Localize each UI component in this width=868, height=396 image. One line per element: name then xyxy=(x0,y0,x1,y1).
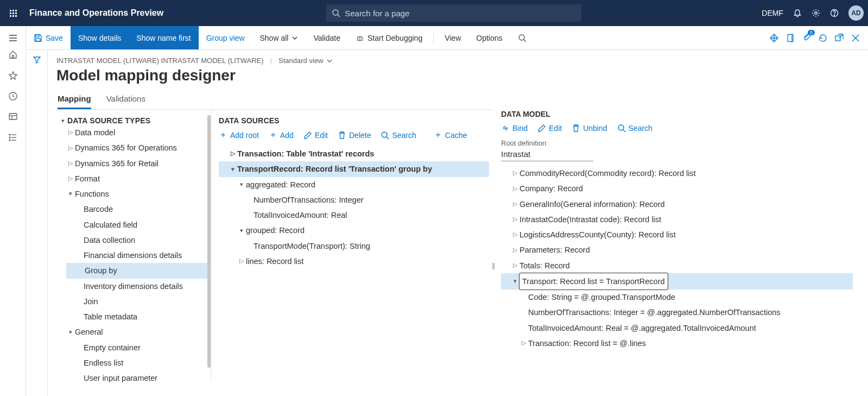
tree-item[interactable]: ▾Functions xyxy=(56,186,211,202)
show-details-button[interactable]: Show details xyxy=(71,26,129,49)
refresh-icon[interactable] xyxy=(818,33,828,43)
search-icon xyxy=(518,34,527,42)
tree-item[interactable]: Code: String = @.grouped.TransportMode xyxy=(501,290,853,305)
validate-button[interactable]: Validate xyxy=(306,26,348,49)
data-sources-panel: DATA SOURCES ＋Add root ＋Add Edit Delete … xyxy=(211,110,493,379)
bind-button[interactable]: Bind xyxy=(501,124,528,133)
tree-item-transportrecord[interactable]: ▾TransportRecord: Record list 'Transacti… xyxy=(219,161,489,177)
clock-icon[interactable] xyxy=(8,91,18,101)
tree-item[interactable]: ▷GeneralInfo(General information): Recor… xyxy=(501,197,853,212)
bell-icon[interactable] xyxy=(793,9,802,17)
search-button-toolbar[interactable] xyxy=(510,26,534,49)
tree-item[interactable]: Financial dimensions details xyxy=(56,248,211,263)
tree-item[interactable]: ▷Dynamics 365 for Retail xyxy=(56,156,211,171)
view-button[interactable]: View xyxy=(437,26,468,49)
list-icon[interactable] xyxy=(8,133,18,142)
nav-toggle[interactable] xyxy=(0,26,26,50)
tree-item[interactable]: ▷Transaction: Record list = @.lines xyxy=(501,336,853,351)
svg-point-13 xyxy=(9,134,10,135)
add-button[interactable]: ＋Add xyxy=(269,129,294,141)
tree-item[interactable]: ▷IntrastatCode(Intrastat code): Record l… xyxy=(501,212,853,227)
add-root-button[interactable]: ＋Add root xyxy=(219,129,259,141)
home-icon[interactable] xyxy=(8,50,18,60)
tab-validations[interactable]: Validations xyxy=(106,94,145,109)
breadcrumb: INTRASTAT MODEL (LITWARE) INTRASTAT MODE… xyxy=(56,56,857,65)
gear-icon[interactable] xyxy=(812,9,820,17)
tree-item[interactable]: ▷Transaction: Table 'Intrastat' records xyxy=(219,146,489,161)
cache-button[interactable]: ＋Cache xyxy=(434,129,467,141)
chevron-down-icon xyxy=(292,35,298,41)
tree-item[interactable]: ▷Totals: Record xyxy=(501,258,853,273)
svg-rect-10 xyxy=(9,114,17,120)
view-selector[interactable]: Standard view xyxy=(278,56,333,65)
tree-item[interactable]: ▷Company: Record xyxy=(501,181,853,196)
tree-item[interactable]: ▷LogisticsAddressCounty(County): Record … xyxy=(501,227,853,242)
left-rail xyxy=(0,26,26,396)
app-title: Finance and Operations Preview xyxy=(29,8,163,18)
help-icon[interactable] xyxy=(830,9,839,17)
show-name-first-button[interactable]: Show name first xyxy=(129,26,198,49)
app-launcher[interactable] xyxy=(4,10,22,17)
svg-point-29 xyxy=(519,35,524,40)
svg-rect-20 xyxy=(36,39,40,41)
attachments-icon[interactable]: 0 xyxy=(802,32,812,43)
svg-point-36 xyxy=(618,125,624,130)
tree-item[interactable]: ▾aggregated: Record xyxy=(219,177,489,192)
edit-button[interactable]: Edit xyxy=(303,129,328,141)
save-button[interactable]: Save xyxy=(26,26,71,49)
tree-item[interactable]: ▾grouped: Record xyxy=(219,223,489,238)
diamond-icon[interactable] xyxy=(769,33,779,43)
trash-icon xyxy=(338,131,346,140)
search-button[interactable]: Search xyxy=(617,124,652,133)
tree-item[interactable]: User input parameter xyxy=(56,370,211,386)
start-debugging-button[interactable]: Start Debugging xyxy=(348,26,430,49)
tree-item[interactable]: Calculated field xyxy=(56,217,211,232)
tree-item[interactable]: Endless list xyxy=(56,355,211,370)
popout-icon[interactable] xyxy=(834,33,844,43)
tab-mapping[interactable]: Mapping xyxy=(58,94,91,109)
tree-item[interactable]: ▷Dynamics 365 for Operations xyxy=(56,140,211,155)
tree-item[interactable]: TotalInvoicedAmount: Real xyxy=(219,208,489,223)
model-header: DATA MODEL xyxy=(501,110,853,118)
edit-button[interactable]: Edit xyxy=(537,124,562,133)
tree-item[interactable]: Table metadata xyxy=(56,309,211,324)
options-button[interactable]: Options xyxy=(468,26,510,49)
bug-icon xyxy=(356,34,364,42)
tree-item[interactable]: ▾General xyxy=(56,324,211,340)
tree-item[interactable]: ▷Format xyxy=(56,171,211,186)
tree-item-groupby[interactable]: Group by xyxy=(66,263,211,278)
splitter-handle[interactable]: ‖ xyxy=(492,262,494,269)
search-icon xyxy=(381,131,389,140)
tree-item[interactable]: TotalInvoicedAmount: Real = @.aggregated… xyxy=(501,320,853,336)
svg-line-35 xyxy=(387,137,389,139)
group-view-button[interactable]: Group view xyxy=(199,26,252,49)
tree-item[interactable]: Inventory dimensions details xyxy=(56,279,211,294)
tree-item[interactable]: NumberOfTransactions: Integer = @.aggreg… xyxy=(501,305,853,320)
tree-item[interactable]: ▷Parameters: Record xyxy=(501,242,853,257)
tree-item[interactable]: TransportMode(Transport): String xyxy=(219,238,489,254)
avatar[interactable]: AD xyxy=(848,5,864,21)
unbind-button[interactable]: Unbind xyxy=(572,124,607,133)
tree-item-transport[interactable]: ▾Transport: Record list = TransportRecor… xyxy=(501,273,853,290)
global-search[interactable]: Search for a page xyxy=(326,4,581,22)
svg-line-25 xyxy=(357,36,358,37)
tree-item[interactable]: Join xyxy=(56,294,211,309)
tree-item[interactable]: ▷lines: Record list xyxy=(219,254,489,269)
show-all-button[interactable]: Show all xyxy=(252,26,306,49)
close-icon[interactable] xyxy=(851,33,860,43)
rootdef-value[interactable]: Intrastat xyxy=(501,147,593,161)
tree-item[interactable]: ▷Data model xyxy=(56,125,211,140)
office-icon[interactable] xyxy=(785,33,795,43)
tree-item[interactable]: NumberOfTransactions: Integer xyxy=(219,192,489,208)
search-button[interactable]: Search xyxy=(381,129,416,141)
tree-item[interactable]: Data collection xyxy=(56,232,211,248)
tree-item[interactable]: Barcode xyxy=(56,202,211,217)
delete-button[interactable]: Delete xyxy=(338,129,371,141)
tree-item[interactable]: Empty container xyxy=(56,340,211,355)
star-icon[interactable] xyxy=(8,71,18,80)
filter-icon[interactable] xyxy=(33,55,41,64)
workspace-icon[interactable] xyxy=(8,112,18,122)
company-badge[interactable]: DEMF xyxy=(762,9,783,17)
svg-point-34 xyxy=(382,132,387,137)
tree-item[interactable]: ▷CommodityRecord(Commodity record): Reco… xyxy=(501,166,853,181)
